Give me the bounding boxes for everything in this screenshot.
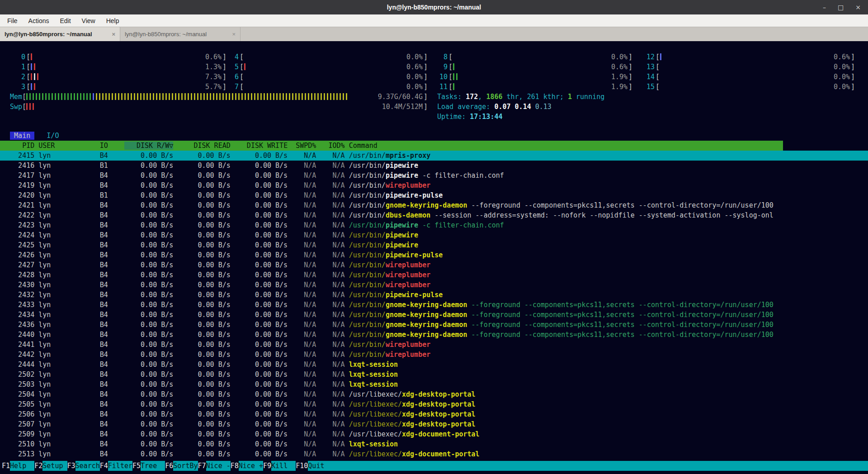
cpu-meter-label: 4: [225, 52, 239, 62]
process-row[interactable]: 2420 lyn B1 0.00 B/s 0.00 B/s 0.00 B/s N…: [0, 190, 868, 200]
command-path: /usr/libexec/: [349, 420, 402, 428]
meter-tick: [302, 93, 303, 100]
menu-item-view[interactable]: View: [76, 17, 101, 24]
process-row[interactable]: 2505 lyn B4 0.00 B/s 0.00 B/s 0.00 B/s N…: [0, 399, 868, 409]
process-row[interactable]: 2430 lyn B4 0.00 B/s 0.00 B/s 0.00 B/s N…: [0, 280, 868, 290]
fkey-f3-search[interactable]: F3Search: [67, 461, 100, 471]
tab-close-icon[interactable]: ×: [228, 31, 236, 38]
column-disk-r-w[interactable]: DISK R/W▽: [124, 142, 173, 150]
process-row[interactable]: 2513 lyn B4 0.00 B/s 0.00 B/s 0.00 B/s N…: [0, 449, 868, 459]
process-row[interactable]: 2442 lyn B4 0.00 B/s 0.00 B/s 0.00 B/s N…: [0, 350, 868, 360]
meter-tick: [229, 93, 230, 100]
cpu-meter-value: 0.0%: [399, 82, 423, 92]
process-row[interactable]: 2506 lyn B4 0.00 B/s 0.00 B/s 0.00 B/s N…: [0, 409, 868, 419]
fkey-f5-tree[interactable]: F5Tree: [132, 461, 165, 471]
column-disk-write[interactable]: DISK WRITE: [231, 142, 288, 150]
process-stats: 2502 lyn B4 0.00 B/s 0.00 B/s 0.00 B/s: [2, 370, 288, 379]
menu-item-edit[interactable]: Edit: [54, 17, 76, 24]
process-row[interactable]: 2432 lyn B4 0.00 B/s 0.00 B/s 0.00 B/s N…: [0, 290, 868, 300]
process-row[interactable]: 2444 lyn B4 0.00 B/s 0.00 B/s 0.00 B/s N…: [0, 360, 868, 370]
meter-open-bracket: [: [240, 82, 244, 92]
swap-meter-label: Swp: [10, 102, 22, 112]
fkey-f7-nice[interactable]: F7Nice -: [198, 461, 231, 471]
command-basename: pipewire-pulse: [386, 291, 443, 299]
meter-tick: [86, 93, 88, 100]
command-args: --foreground --components=pkcs11,secrets…: [467, 301, 774, 309]
process-row[interactable]: 2510 lyn B4 0.00 B/s 0.00 B/s 0.00 B/s N…: [0, 439, 868, 449]
process-row[interactable]: 2423 lyn B4 0.00 B/s 0.00 B/s 0.00 B/s N…: [0, 220, 868, 230]
fkey-f2-setup[interactable]: F2Setup: [34, 461, 67, 471]
fkey-f4-filter[interactable]: F4Filter: [100, 461, 132, 471]
process-row[interactable]: 2504 lyn B4 0.00 B/s 0.00 B/s 0.00 B/s N…: [0, 389, 868, 399]
process-na-stats: N/A N/A: [288, 171, 349, 180]
screen-tab-i-o[interactable]: I/O: [42, 132, 63, 140]
process-row[interactable]: 2436 lyn B4 0.00 B/s 0.00 B/s 0.00 B/s N…: [0, 320, 868, 330]
tab-close-icon[interactable]: ×: [108, 31, 115, 38]
process-row[interactable]: 2416 lyn B1 0.00 B/s 0.00 B/s 0.00 B/s N…: [0, 161, 868, 171]
column-swpd[interactable]: SWPD%: [288, 142, 316, 150]
column-io[interactable]: IO: [75, 142, 108, 150]
process-row[interactable]: 2509 lyn B4 0.00 B/s 0.00 B/s 0.00 B/s N…: [0, 429, 868, 439]
meter-close-bracket: ]: [628, 72, 632, 82]
column-iod[interactable]: IOD%: [316, 142, 344, 150]
cpu-meter-label: 2: [12, 72, 25, 82]
meter-tick: [58, 93, 59, 100]
cpu-meter-label: 14: [641, 72, 655, 82]
column-disk-read[interactable]: DISK READ: [173, 142, 230, 150]
process-row[interactable]: 2424 lyn B4 0.00 B/s 0.00 B/s 0.00 B/s N…: [0, 230, 868, 240]
column-pid[interactable]: PID: [2, 142, 34, 150]
fkey-f10-quit[interactable]: F10Quit: [296, 461, 332, 471]
process-row[interactable]: 2503 lyn B4 0.00 B/s 0.00 B/s 0.00 B/s N…: [0, 379, 868, 389]
process-stats: 2425 lyn B4 0.00 B/s 0.00 B/s 0.00 B/s: [2, 241, 288, 249]
process-row[interactable]: 2502 lyn B4 0.00 B/s 0.00 B/s 0.00 B/s N…: [0, 370, 868, 379]
meter-tick: [343, 93, 344, 100]
cpu-meter-value: 0.0%: [826, 72, 850, 82]
command-path: /usr/bin/: [349, 331, 386, 339]
process-na-stats: N/A N/A: [288, 271, 349, 279]
terminal-window: lyn@lyn-b850mprors: ~/manual –□× FileAct…: [0, 0, 868, 474]
process-row[interactable]: 2422 lyn B4 0.00 B/s 0.00 B/s 0.00 B/s N…: [0, 210, 868, 220]
terminal-tab-1[interactable]: lyn@lyn-b850mprors: ~/manual×: [0, 27, 120, 41]
fkey-f8-nice[interactable]: F8Nice +: [231, 461, 263, 471]
process-row[interactable]: 2507 lyn B4 0.00 B/s 0.00 B/s 0.00 B/s N…: [0, 419, 868, 429]
menu-item-file[interactable]: File: [2, 17, 23, 24]
cpu-meter-value: 0.6%: [826, 52, 850, 62]
function-key-bar: F1Help F2Setup F3SearchF4FilterF5Tree F6…: [0, 461, 868, 471]
screen-tab-main[interactable]: Main: [10, 132, 34, 140]
command-basename: lxqt-session: [349, 380, 398, 389]
process-stats: 2434 lyn B4 0.00 B/s 0.00 B/s 0.00 B/s: [2, 311, 288, 319]
fkey-f6-sortby[interactable]: F6SortBy: [165, 461, 198, 471]
process-row[interactable]: 2441 lyn B4 0.00 B/s 0.00 B/s 0.00 B/s N…: [0, 340, 868, 350]
process-row[interactable]: 2434 lyn B4 0.00 B/s 0.00 B/s 0.00 B/s N…: [0, 310, 868, 320]
process-row[interactable]: 2440 lyn B4 0.00 B/s 0.00 B/s 0.00 B/s N…: [0, 330, 868, 340]
process-row[interactable]: 2417 lyn B4 0.00 B/s 0.00 B/s 0.00 B/s N…: [0, 171, 868, 180]
column-user[interactable]: USER: [34, 142, 75, 150]
meter-close-bracket: ]: [851, 72, 855, 82]
fkey-number: F10: [296, 461, 308, 471]
terminal-tab-2[interactable]: lyn@lyn-b850mprors: ~/manual×: [120, 27, 241, 41]
fkey-f9-kill[interactable]: F9Kill: [263, 461, 296, 471]
process-na-stats: N/A N/A: [288, 191, 349, 199]
column-command[interactable]: Command: [345, 142, 377, 150]
close-button[interactable]: ×: [855, 4, 861, 11]
minimize-button[interactable]: –: [823, 4, 826, 11]
process-row[interactable]: 2427 lyn B4 0.00 B/s 0.00 B/s 0.00 B/s N…: [0, 260, 868, 270]
menu-item-help[interactable]: Help: [101, 17, 125, 24]
process-row[interactable]: 2428 lyn B4 0.00 B/s 0.00 B/s 0.00 B/s N…: [0, 270, 868, 280]
swap-meter-value: 10.4M/512M: [356, 102, 423, 112]
fkey-f1-help[interactable]: F1Help: [2, 461, 34, 471]
process-row[interactable]: 2426 lyn B4 0.00 B/s 0.00 B/s 0.00 B/s N…: [0, 250, 868, 260]
meter-open-bracket: [: [26, 52, 30, 62]
process-row[interactable]: 2425 lyn B4 0.00 B/s 0.00 B/s 0.00 B/s N…: [0, 240, 868, 250]
process-row[interactable]: 2415 lyn B4 0.00 B/s 0.00 B/s 0.00 B/s N…: [0, 151, 868, 161]
titlebar[interactable]: lyn@lyn-b850mprors: ~/manual –□×: [0, 0, 868, 14]
process-stats: 2503 lyn B4 0.00 B/s 0.00 B/s 0.00 B/s: [2, 380, 288, 389]
menu-item-actions[interactable]: Actions: [23, 17, 55, 24]
process-row[interactable]: 2419 lyn B4 0.00 B/s 0.00 B/s 0.00 B/s N…: [0, 180, 868, 190]
meter-tick: [308, 93, 309, 100]
meter-tick: [264, 93, 265, 100]
process-row[interactable]: 2421 lyn B4 0.00 B/s 0.00 B/s 0.00 B/s N…: [0, 200, 868, 210]
cpu-meter-value: 1.9%: [604, 82, 627, 92]
maximize-button[interactable]: □: [838, 4, 844, 11]
process-row[interactable]: 2433 lyn B4 0.00 B/s 0.00 B/s 0.00 B/s N…: [0, 300, 868, 310]
